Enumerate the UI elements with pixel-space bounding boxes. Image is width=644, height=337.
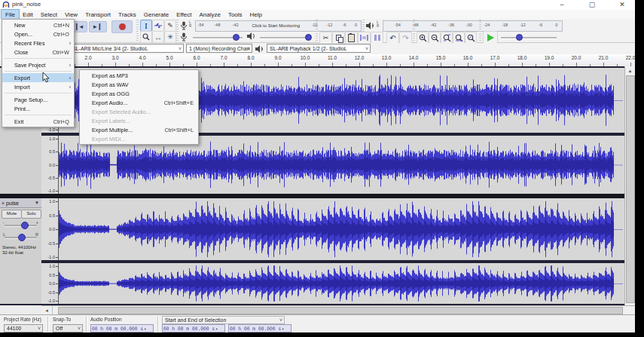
file-menu-item-import[interactable]: Import›	[2, 82, 74, 91]
envelope-tool-button[interactable]	[152, 20, 164, 32]
file-menu-item-recent-files[interactable]: Recent Files›	[2, 38, 74, 47]
track-menu-chevron-icon[interactable]: ▼	[35, 201, 41, 205]
menubar-item-generate[interactable]: Generate	[140, 10, 172, 19]
undo-button[interactable]: ↶	[386, 32, 399, 44]
export-menu-item-export-multiple[interactable]: Export Multiple...Ctrl+Shift+L	[80, 125, 198, 134]
timeshift-tool-button[interactable]: ↔	[152, 31, 164, 43]
track-name[interactable]: pulse	[6, 201, 19, 206]
menubar-item-effect[interactable]: Effect	[172, 10, 195, 19]
skip-to-end-button[interactable]: ▸❙	[89, 21, 107, 32]
snap-to-label: Snap-To	[53, 317, 71, 322]
file-menu-item-save-project[interactable]: Save Project›	[2, 60, 74, 69]
vertical-scrollbar-thumb[interactable]	[626, 75, 635, 303]
toolbar-grip[interactable]	[176, 20, 179, 41]
fit-project-button[interactable]	[453, 32, 465, 44]
file-menu-item-page-setup[interactable]: Page Setup...	[2, 95, 74, 104]
track1-channel2-vertical-ruler[interactable]: 1.00.50.0-0.5-1.0	[41, 136, 59, 194]
selection-mode-select[interactable]: Start and End of Selection	[162, 316, 285, 324]
toolbar-grip[interactable]	[413, 20, 415, 41]
track2-channel2-vertical-ruler[interactable]: 1.00.50.0-0.5-1.0	[41, 263, 59, 304]
timeline-label: 18.0	[517, 55, 527, 60]
export-menu-item-export-as-mp3[interactable]: Export as MP3	[80, 71, 198, 80]
selection-start-field[interactable]: 00 h 00 m 00.000 s	[162, 324, 225, 332]
audio-position-field[interactable]: 00 h 00 m 00.000 s	[90, 324, 154, 332]
monitoring-message[interactable]: Click to Start Monitoring	[252, 23, 300, 28]
draw-tool-button[interactable]: ✎	[164, 20, 176, 32]
menubar-item-tools[interactable]: Tools	[224, 10, 246, 19]
timeline-label: 16.0	[463, 55, 473, 60]
cut-button[interactable]: ✂	[319, 32, 332, 44]
menubar-item-analyze[interactable]: Analyze	[195, 10, 224, 19]
close-button[interactable]: ✕	[611, 0, 633, 10]
solo-button[interactable]: Solo	[21, 210, 41, 219]
redo-button[interactable]: ↷	[399, 32, 412, 44]
record-button[interactable]	[111, 20, 133, 33]
recording-device-select[interactable]: SL-AR8 Mic/Line 3/4 (2- StudioL	[69, 44, 184, 53]
recording-meter[interactable]: Click to Start Monitoring -54-48-42-18-1…	[195, 20, 362, 32]
track2-channel2-waveform-area[interactable]	[58, 263, 624, 304]
track2-channel1-waveform-area[interactable]	[58, 198, 624, 260]
playback-volume-slider[interactable]	[258, 32, 313, 42]
export-menu-item-export-as-wav[interactable]: Export as WAV	[80, 80, 198, 89]
timeline-label: 20.0	[572, 55, 581, 60]
export-menu-item-export-midi: Export MIDI...	[80, 134, 198, 143]
track2-control-panel[interactable]: × pulse ▼ Mute Solo -+ LR Stereo, 44100H…	[0, 198, 42, 304]
submenu-arrow-icon: ›	[69, 63, 71, 68]
menubar-item-file[interactable]: File	[2, 10, 19, 19]
meter-scale-label: -6	[343, 23, 346, 27]
menubar-item-help[interactable]: Help	[246, 10, 266, 19]
minimize-button[interactable]: –	[551, 0, 573, 10]
file-menu-item-new[interactable]: NewCtrl+N	[2, 20, 74, 29]
menubar-item-transport[interactable]: Transport	[81, 10, 114, 19]
file-menu-item-close[interactable]: CloseCtrl+W	[2, 47, 74, 57]
file-menu-item-export[interactable]: Export›	[2, 73, 74, 82]
zoom-toggle-button[interactable]	[465, 32, 477, 44]
zoom-tool-button[interactable]	[140, 31, 152, 43]
selection-tool-button[interactable]: I	[140, 20, 152, 32]
toolbar-dock: ❙◂ ▸❙ I ✎ ↔ ✳ L R Click to Start Monitor…	[0, 19, 635, 43]
meter-scale-label: -18	[502, 23, 508, 27]
toolbar-grip[interactable]	[479, 20, 481, 41]
play-at-speed-button[interactable]	[483, 31, 498, 44]
zoom-in-button[interactable]	[417, 32, 429, 44]
multi-tool-button[interactable]: ✳	[164, 31, 176, 43]
toolbar-grip[interactable]	[136, 20, 139, 41]
playback-device-select[interactable]: SL-AR8 Playback 1/2 (2- StudioL	[267, 44, 371, 53]
file-menu-item-open[interactable]: Open...Ctrl+O	[2, 29, 74, 38]
track-close-icon[interactable]: ×	[0, 201, 6, 206]
menubar-item-edit[interactable]: Edit	[19, 10, 37, 19]
scroll-up-icon[interactable]: ▴	[625, 66, 635, 75]
zoom-out-button[interactable]	[429, 32, 441, 44]
fit-selection-button[interactable]	[441, 32, 453, 44]
pan-slider[interactable]: LR	[3, 232, 38, 241]
playback-speed-slider[interactable]	[499, 32, 558, 42]
horizontal-scrollbar-thumb[interactable]	[58, 307, 623, 314]
silence-audio-button[interactable]	[371, 32, 383, 44]
scroll-left-icon[interactable]: ◂	[41, 306, 53, 314]
gain-slider[interactable]: -+	[3, 220, 38, 229]
snap-to-select[interactable]: Off	[53, 324, 83, 332]
mute-button[interactable]: Mute	[2, 210, 22, 219]
window-title: pink_noise	[12, 1, 41, 8]
file-menu-item-exit[interactable]: ExitCtrl+Q	[2, 117, 74, 126]
menubar-item-tracks[interactable]: Tracks	[114, 10, 140, 19]
toolbar-grip[interactable]	[316, 20, 318, 41]
export-menu-item-export-audio[interactable]: Export Audio...Ctrl+Shift+E	[80, 98, 198, 107]
track2-channel1-vertical-ruler[interactable]: 1.00.50.0-0.5-1.0	[41, 198, 59, 260]
export-menu-item-export-as-ogg[interactable]: Export as OGG	[80, 89, 198, 98]
playback-meter[interactable]: -54-48-42-30-36-24-18-12-60	[383, 20, 563, 32]
selection-end-field[interactable]: 00 h 00 m 00.000 s	[228, 324, 291, 332]
maximize-button[interactable]: ▢	[581, 0, 603, 10]
paste-button[interactable]	[345, 32, 358, 44]
recording-channels-select[interactable]: 1 (Mono) Recording Chan	[186, 44, 252, 53]
menubar-item-view[interactable]: View	[61, 10, 81, 19]
timeline-ruler[interactable]: 1.02.03.04.05.06.07.08.09.010.011.012.01…	[0, 54, 635, 67]
copy-button[interactable]	[332, 32, 345, 44]
file-menu-item-print[interactable]: Print...	[2, 104, 74, 113]
recording-volume-slider[interactable]	[191, 32, 244, 42]
trim-audio-button[interactable]	[358, 32, 371, 44]
menubar-item-select[interactable]: Select	[37, 10, 61, 19]
project-rate-select[interactable]: 44100	[4, 324, 43, 332]
amplitude-label: 0.5	[49, 273, 55, 277]
meter-scale-label: -12	[326, 23, 332, 27]
